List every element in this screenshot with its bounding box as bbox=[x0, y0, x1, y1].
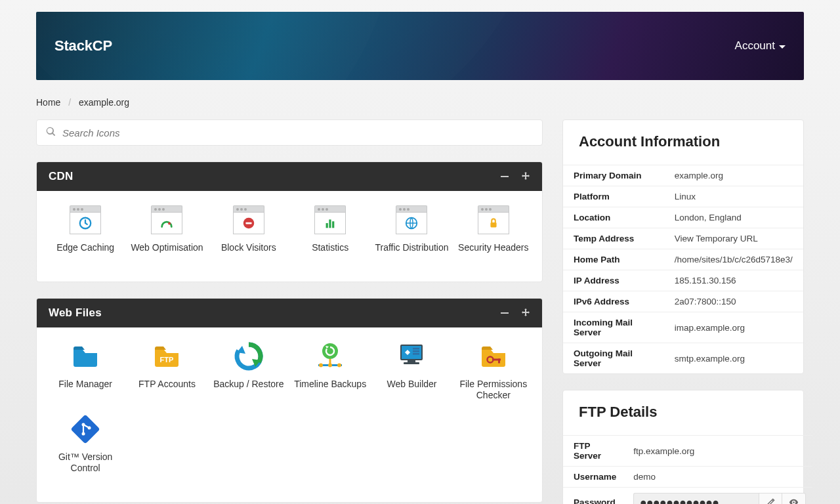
icon-edge-caching[interactable]: Edge Caching bbox=[45, 204, 126, 254]
icon-ftp-accounts[interactable]: FTP FTP Accounts bbox=[126, 341, 207, 402]
info-row: Outgoing Mail Serversmtp.example.org bbox=[563, 343, 803, 374]
info-value: example.org bbox=[664, 165, 803, 186]
info-row: Primary Domainexample.org bbox=[563, 165, 803, 186]
info-value: imap.example.org bbox=[664, 312, 803, 343]
svg-rect-20 bbox=[413, 348, 419, 350]
move-icon[interactable] bbox=[521, 172, 530, 181]
edit-password-button[interactable] bbox=[759, 493, 782, 504]
chevron-down-icon bbox=[779, 45, 786, 49]
panel-web-files: Web Files bbox=[36, 298, 543, 503]
icon-label: Web Optimisation bbox=[131, 242, 203, 254]
collapse-icon[interactable] bbox=[500, 172, 509, 181]
info-key: Outgoing Mail Server bbox=[563, 343, 664, 374]
info-key: Incoming Mail Server bbox=[563, 312, 664, 343]
panel-cdn-title: CDN bbox=[49, 170, 73, 183]
account-info-title: Account Information bbox=[563, 120, 803, 165]
svg-rect-21 bbox=[413, 350, 419, 352]
icon-label: Web Builder bbox=[387, 379, 436, 390]
icon-web-builder[interactable]: Web Builder bbox=[371, 341, 452, 402]
info-key: IP Address bbox=[563, 270, 664, 291]
svg-point-32 bbox=[793, 501, 795, 503]
icon-web-optimisation[interactable]: Web Optimisation bbox=[126, 204, 207, 254]
icon-label: Security Headers bbox=[458, 242, 528, 254]
svg-rect-9 bbox=[490, 222, 496, 227]
info-row: Incoming Mail Serverimap.example.org bbox=[563, 312, 803, 343]
info-key: IPv6 Address bbox=[563, 291, 664, 312]
info-key: Location bbox=[563, 207, 664, 228]
icon-git-version-control[interactable]: Git™ Version Control bbox=[45, 413, 126, 474]
icon-label: Edge Caching bbox=[56, 242, 114, 254]
info-value: Linux bbox=[664, 186, 803, 207]
account-info-card: Account Information Primary Domainexampl… bbox=[562, 119, 804, 374]
svg-rect-23 bbox=[408, 360, 415, 362]
search-card bbox=[36, 119, 543, 146]
svg-text:FTP: FTP bbox=[160, 356, 174, 364]
header-banner: StackCP Account bbox=[36, 12, 804, 80]
ftp-details-card: FTP Details FTP Server ftp.example.org U… bbox=[562, 390, 804, 504]
info-value: smtp.example.org bbox=[664, 343, 803, 374]
ftp-password-row: Password bbox=[563, 488, 812, 505]
svg-rect-24 bbox=[404, 362, 419, 364]
info-value: /home/sites/1b/c/c26d5718e3/ bbox=[664, 249, 803, 270]
panel-cdn: CDN bbox=[36, 161, 543, 282]
account-label: Account bbox=[735, 39, 775, 52]
breadcrumb: Home / example.org bbox=[36, 80, 804, 119]
svg-rect-4 bbox=[245, 222, 251, 224]
svg-rect-28 bbox=[71, 414, 100, 444]
icon-timeline-backups[interactable]: Timeline Backups bbox=[289, 341, 371, 402]
brand-title: StackCP bbox=[54, 37, 112, 54]
ftp-username-row: Username demo bbox=[563, 467, 812, 488]
info-value: 2a07:7800::150 bbox=[664, 291, 803, 312]
svg-point-17 bbox=[337, 363, 341, 367]
breadcrumb-separator: / bbox=[68, 97, 71, 108]
icon-backup-restore[interactable]: Backup / Restore bbox=[208, 341, 289, 402]
account-dropdown[interactable]: Account bbox=[735, 39, 786, 52]
info-row: IP Address185.151.30.156 bbox=[563, 270, 803, 291]
icon-file-permissions-checker[interactable]: File Permissions Checker bbox=[453, 341, 534, 402]
svg-rect-27 bbox=[498, 358, 500, 363]
svg-rect-5 bbox=[326, 223, 328, 228]
svg-rect-7 bbox=[332, 221, 334, 228]
svg-rect-6 bbox=[329, 220, 331, 228]
move-icon[interactable] bbox=[521, 308, 530, 318]
info-key: Home Path bbox=[563, 249, 664, 270]
icon-security-headers[interactable]: Security Headers bbox=[453, 204, 534, 254]
breadcrumb-home[interactable]: Home bbox=[36, 97, 60, 108]
search-input[interactable] bbox=[62, 127, 533, 138]
icon-label: Backup / Restore bbox=[213, 379, 284, 390]
ftp-details-title: FTP Details bbox=[563, 390, 803, 435]
info-value[interactable]: View Temporary URL bbox=[664, 228, 803, 249]
info-row: PlatformLinux bbox=[563, 186, 803, 207]
info-value: 185.151.30.156 bbox=[664, 270, 803, 291]
svg-point-2 bbox=[169, 222, 171, 224]
breadcrumb-current: example.org bbox=[79, 97, 129, 108]
icon-statistics[interactable]: Statistics bbox=[289, 204, 371, 254]
icon-label: FTP Accounts bbox=[138, 379, 196, 390]
icon-label: Timeline Backups bbox=[294, 379, 366, 390]
icon-label: Block Visitors bbox=[221, 242, 276, 254]
info-key: Platform bbox=[563, 186, 664, 207]
icon-traffic-distribution[interactable]: Traffic Distribution bbox=[371, 204, 452, 254]
info-row: IPv6 Address2a07:7800::150 bbox=[563, 291, 803, 312]
ftp-server-row: FTP Server ftp.example.org bbox=[563, 436, 812, 467]
info-key: Primary Domain bbox=[563, 165, 664, 186]
icon-label: Traffic Distribution bbox=[375, 242, 448, 254]
collapse-icon[interactable] bbox=[500, 308, 509, 318]
icon-label: Git™ Version Control bbox=[47, 452, 123, 474]
svg-point-15 bbox=[319, 363, 323, 367]
panel-webfiles-title: Web Files bbox=[49, 306, 102, 320]
svg-point-16 bbox=[328, 363, 332, 367]
reveal-password-button[interactable] bbox=[782, 493, 806, 504]
info-row: LocationLondon, England bbox=[563, 207, 803, 228]
icon-label: File Permissions Checker bbox=[455, 379, 532, 402]
info-row: Temp AddressView Temporary URL bbox=[563, 228, 803, 249]
icon-block-visitors[interactable]: Block Visitors bbox=[208, 204, 289, 254]
svg-point-12 bbox=[322, 343, 338, 359]
icon-label: Statistics bbox=[312, 242, 348, 254]
svg-rect-22 bbox=[413, 353, 419, 355]
svg-rect-0 bbox=[501, 176, 509, 177]
info-key: Temp Address bbox=[563, 228, 664, 249]
icon-file-manager[interactable]: File Manager bbox=[45, 341, 126, 402]
search-icon bbox=[46, 127, 56, 138]
info-row: Home Path/home/sites/1b/c/c26d5718e3/ bbox=[563, 249, 803, 270]
